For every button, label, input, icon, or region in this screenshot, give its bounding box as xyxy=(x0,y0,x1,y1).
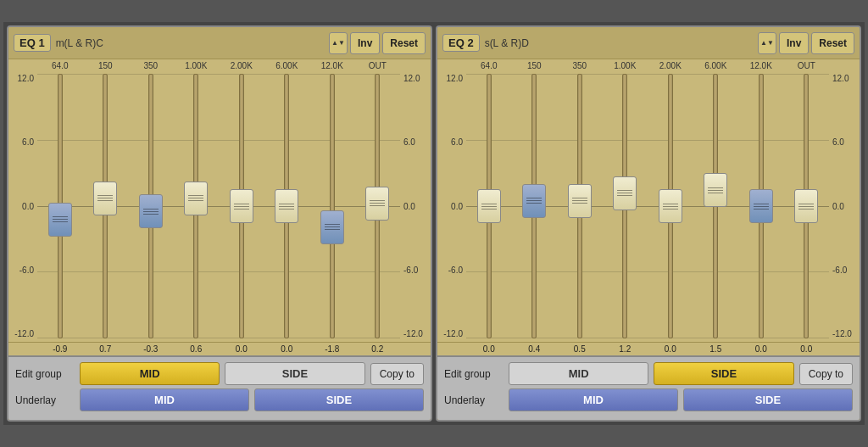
eq2-val-5: 0.0 xyxy=(648,344,693,354)
eq1-slider-5[interactable] xyxy=(219,74,264,338)
eq1-slider-4[interactable] xyxy=(174,74,220,338)
eq1-thumb-5[interactable] xyxy=(230,189,253,223)
eq2-edit-mid-button[interactable]: MID xyxy=(509,362,648,385)
eq1-track-5 xyxy=(239,74,244,338)
eq2-val-3: 0.5 xyxy=(557,344,603,354)
eq2-freq-64: 64.0 xyxy=(466,61,512,70)
eq2-reset-button[interactable]: Reset xyxy=(811,32,854,54)
eq2-slider-4[interactable] xyxy=(603,74,648,338)
eq1-freq-out: OUT xyxy=(355,61,401,70)
eq2-val-out: 0.0 xyxy=(784,344,830,354)
eq1-scale-right: 12.0 6.0 0.0 -6.0 -12.0 xyxy=(400,74,426,338)
eq1-thumb-6[interactable] xyxy=(275,189,298,223)
eq2-thumb-7[interactable] xyxy=(749,189,773,223)
eq1-sliders-area: 12.0 6.0 0.0 -6.0 -12.0 xyxy=(8,70,431,342)
eq2-scale-left: 12.0 6.0 0.0 -6.0 -12.0 xyxy=(442,74,466,338)
eq1-label: EQ 1 xyxy=(14,34,51,52)
eq2-underlay-row: Underlay MID SIDE xyxy=(444,388,853,411)
eq2-slider-3[interactable] xyxy=(557,74,603,338)
eq1-edit-side-button[interactable]: SIDE xyxy=(225,362,364,385)
eq2-inv-button[interactable]: Inv xyxy=(779,32,809,54)
eq2-slider-5[interactable] xyxy=(648,74,693,338)
eq2-slider-out[interactable] xyxy=(784,74,830,338)
eq2-slider-2[interactable] xyxy=(512,74,558,338)
eq2-bottom: Edit group MID SIDE Copy to Underlay MID… xyxy=(437,355,860,420)
eq2-btn-group: ▲▼ Inv Reset xyxy=(758,32,854,54)
eq1-btn-group: ▲▼ Inv Reset xyxy=(329,32,426,54)
eq2-slider-6[interactable] xyxy=(693,74,739,338)
eq2-edit-group-label: Edit group xyxy=(444,368,504,380)
eq1-slider-1[interactable] xyxy=(37,74,83,338)
eq2-val-4: 1.2 xyxy=(603,344,648,354)
eq2-val-6: 1.5 xyxy=(693,344,739,354)
eq1-val-5: 0.0 xyxy=(219,344,264,354)
eq1-thumb-7[interactable] xyxy=(320,210,344,244)
eq2-freq-6k: 6.00K xyxy=(693,61,739,70)
eq1-sliders-grid xyxy=(37,74,400,338)
eq1-slider-2[interactable] xyxy=(83,74,129,338)
eq1-thumb-out[interactable] xyxy=(365,187,389,221)
eq1-reset-button[interactable]: Reset xyxy=(382,32,426,54)
eq1-underlay-mid-button[interactable]: MID xyxy=(80,388,249,411)
eq2-thumb-out[interactable] xyxy=(794,189,818,223)
eq2-values-row: 0.0 0.4 0.5 1.2 0.0 1.5 0.0 0.0 xyxy=(437,342,860,355)
eq1-slider-out[interactable] xyxy=(355,74,401,338)
eq2-thumb-5[interactable] xyxy=(659,189,682,223)
eq1-thumb-2[interactable] xyxy=(93,182,117,215)
eq2-slider-7[interactable] xyxy=(738,74,784,338)
eq1-thumb-3[interactable] xyxy=(139,194,163,228)
eq2-underlay-mid-button[interactable]: MID xyxy=(509,388,678,411)
eq1-freq-64: 64.0 xyxy=(37,61,83,70)
eq1-val-6: 0.0 xyxy=(264,344,310,354)
eq2-underlay-side-button[interactable]: SIDE xyxy=(683,388,853,411)
eq1-track-3 xyxy=(148,74,153,338)
eq2-freq-12k: 12.0K xyxy=(738,61,784,70)
eq1-val-1: -0.9 xyxy=(37,344,83,354)
eq1-inv-button[interactable]: Inv xyxy=(350,32,380,54)
eq1-copy-to-button[interactable]: Copy to xyxy=(370,363,424,385)
eq1-edit-mid-button[interactable]: MID xyxy=(80,362,220,385)
eq1-track-4 xyxy=(193,74,198,338)
eq1-val-2: 0.7 xyxy=(83,344,129,354)
eq2-thumb-6[interactable] xyxy=(704,173,727,207)
eq1-underlay-label: Underlay xyxy=(15,394,75,406)
eq2-label: EQ 2 xyxy=(442,34,480,52)
eq2-freq-350: 350 xyxy=(557,61,603,70)
eq2-thumb-1[interactable] xyxy=(477,189,501,223)
eq1-arrow-btn[interactable]: ▲▼ xyxy=(329,32,348,54)
eq2-sliders-area: 12.0 6.0 0.0 -6.0 -12.0 xyxy=(437,70,860,342)
eq1-track-2 xyxy=(103,74,108,338)
eq1-track-out xyxy=(375,74,380,338)
eq2-thumb-3[interactable] xyxy=(568,184,592,218)
eq1-slider-3[interactable] xyxy=(128,74,174,338)
eq1-underlay-side-button[interactable]: SIDE xyxy=(254,388,424,411)
eq2-freq-out: OUT xyxy=(784,61,830,70)
eq2-edit-side-button[interactable]: SIDE xyxy=(654,362,793,385)
eq1-thumb-1[interactable] xyxy=(48,203,72,237)
eq1-header: EQ 1 m(L & R)C ▲▼ Inv Reset xyxy=(8,27,431,59)
eq1-edit-group-row: Edit group MID SIDE Copy to xyxy=(15,362,424,385)
eq1-thumb-4[interactable] xyxy=(184,182,208,215)
eq2-channel: s(L & R)D xyxy=(485,37,753,49)
eq1-slider-6[interactable] xyxy=(264,74,310,338)
eq2-thumb-2[interactable] xyxy=(522,184,546,218)
eq1-freq-150: 150 xyxy=(83,61,129,70)
eq2-header: EQ 2 s(L & R)D ▲▼ Inv Reset xyxy=(437,27,860,59)
eq1-val-7: -1.8 xyxy=(309,344,355,354)
eq1-freq-1k: 1.00K xyxy=(174,61,220,70)
eq1-freq-6k: 6.00K xyxy=(264,61,310,70)
eq2-slider-1[interactable] xyxy=(466,74,512,338)
eq2-freq-labels: 64.0 150 350 1.00K 2.00K 6.00K 12.0K OUT xyxy=(437,59,860,70)
eq2-scale-right: 12.0 6.0 0.0 -6.0 -12.0 xyxy=(829,74,854,338)
eq2-edit-group-row: Edit group MID SIDE Copy to xyxy=(444,362,853,385)
eq2-thumb-4[interactable] xyxy=(613,176,637,210)
eq2-copy-to-button[interactable]: Copy to xyxy=(799,363,853,385)
eq1-slider-7[interactable] xyxy=(309,74,355,338)
eq1-freq-350: 350 xyxy=(128,61,174,70)
eq1-edit-group-label: Edit group xyxy=(15,368,75,380)
eq2-arrow-btn[interactable]: ▲▼ xyxy=(758,32,776,54)
eq2-freq-2k: 2.00K xyxy=(648,61,693,70)
eq1-val-out: 0.2 xyxy=(355,344,401,354)
eq1-val-3: -0.3 xyxy=(128,344,174,354)
eq2-val-7: 0.0 xyxy=(738,344,784,354)
